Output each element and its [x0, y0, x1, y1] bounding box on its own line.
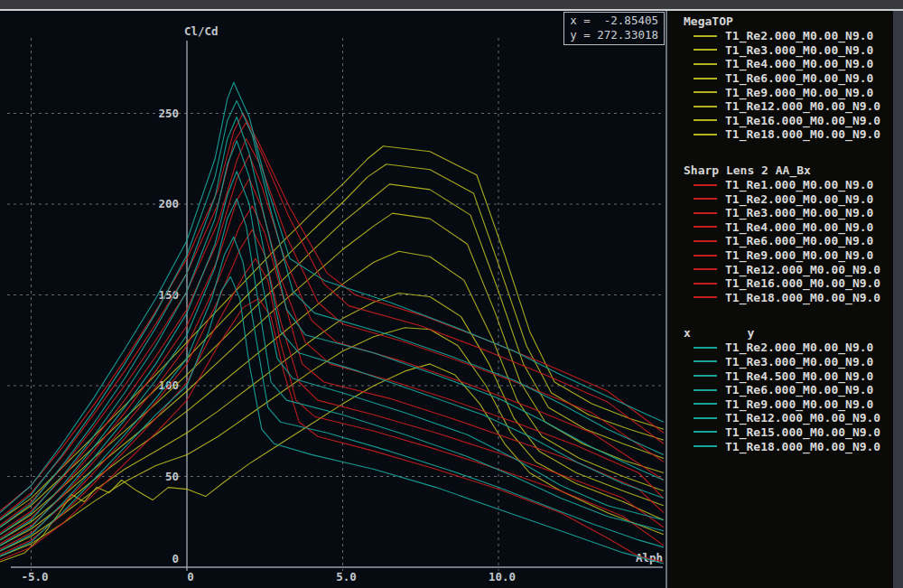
y-tick-label: 200: [158, 197, 179, 210]
window-edge: [893, 11, 903, 588]
series-color-swatch: [694, 49, 717, 51]
x-tick-label: 5.0: [336, 570, 357, 583]
legend-item: T1_Re3.000_M0.00_N9.0: [667, 355, 893, 369]
series-color-swatch: [694, 375, 717, 377]
polar-curve: [0, 82, 664, 512]
legend-item-label: T1_Re6.000_M0.00_N9.0: [725, 71, 873, 85]
legend-item: T1_Re16.000_M0.00_N9.0: [667, 114, 893, 128]
legend-group: Sharp Lens 2 AA_BxT1_Re1.000_M0.00_N9.0T…: [667, 163, 893, 304]
polar-graph-canvas[interactable]: 050100150200250-5.005.010.0Cl/CdAlph: [0, 11, 666, 588]
series-color-swatch: [694, 119, 717, 121]
legend-item: T1_Re18.000_M0.00_N9.0: [667, 439, 893, 453]
polar-curve: [0, 237, 664, 551]
legend-item: T1_Re4.000_M0.00_N9.0: [667, 220, 893, 235]
series-color-swatch: [694, 417, 717, 419]
polar-curve: [0, 164, 664, 527]
legend-item: T1_Re2.000_M0.00_N9.0: [667, 191, 893, 206]
legend-item: T1_Re4.500_M0.00_N9.0: [667, 369, 893, 383]
legend-item: T1_Re12.000_M0.00_N9.0: [667, 411, 893, 425]
legend-group-title: Sharp Lens 2 AA_Bx: [667, 163, 893, 178]
legend-item-label: T1_Re15.000_M0.00_N9.0: [725, 425, 880, 439]
y-axis-title: Cl/Cd: [184, 24, 219, 38]
series-color-swatch: [694, 431, 717, 433]
series-color-swatch: [694, 283, 717, 285]
legend-item: T1_Re9.000_M0.00_N9.0: [667, 397, 893, 411]
series-color-swatch: [694, 63, 717, 65]
series-color-swatch: [694, 360, 717, 362]
legend-item-label: T1_Re16.000_M0.00_N9.0: [725, 276, 880, 290]
series-color-swatch: [694, 255, 717, 257]
legend-item: T1_Re12.000_M0.00_N9.0: [667, 99, 893, 114]
series-color-swatch: [694, 389, 717, 391]
series-color-swatch: [694, 296, 717, 298]
series-color-swatch: [694, 198, 717, 200]
legend-item-label: T1_Re9.000_M0.00_N9.0: [725, 397, 873, 411]
series-color-swatch: [694, 212, 717, 214]
legend-item-label: T1_Re9.000_M0.00_N9.0: [725, 86, 873, 99]
y-tick-label: 250: [158, 107, 179, 120]
polar-curve: [0, 276, 664, 564]
y-tick-label: 0: [172, 552, 179, 565]
legend-item-label: T1_Re3.000_M0.00_N9.0: [725, 206, 873, 219]
legend-item-label: T1_Re1.000_M0.00_N9.0: [725, 178, 873, 191]
legend-item: T1_Re9.000_M0.00_N9.0: [667, 248, 893, 263]
series-color-swatch: [694, 134, 717, 135]
legend-group-title: MegaTOP: [667, 14, 893, 29]
series-color-swatch: [694, 35, 717, 37]
polar-curve: [0, 139, 664, 526]
series-color-swatch: [694, 184, 717, 186]
legend-item-label: T1_Re3.000_M0.00_N9.0: [725, 43, 873, 57]
polar-curve: [0, 123, 664, 518]
legend-item: T1_Re4.000_M0.00_N9.0: [667, 57, 893, 71]
legend-item: T1_Re18.000_M0.00_N9.0: [667, 291, 893, 305]
series-color-swatch: [694, 240, 717, 242]
legend-item: T1_Re2.000_M0.00_N9.0: [667, 341, 893, 355]
polar-graph-panel[interactable]: 050100150200250-5.005.010.0Cl/CdAlph x =…: [0, 11, 666, 588]
polar-curve: [0, 251, 664, 546]
polar-curve: [0, 172, 664, 540]
legend-item: T1_Re6.000_M0.00_N9.0: [667, 383, 893, 397]
legend-item: T1_Re12.000_M0.00_N9.0: [667, 262, 893, 276]
legend-item: T1_Re6.000_M0.00_N9.0: [667, 234, 893, 248]
legend-item: T1_Re9.000_M0.00_N9.0: [667, 85, 893, 99]
legend-item-label: T1_Re6.000_M0.00_N9.0: [725, 383, 873, 397]
legend-item: T1_Re15.000_M0.00_N9.0: [667, 425, 893, 440]
legend-item-label: T1_Re12.000_M0.00_N9.0: [725, 411, 880, 425]
legend-item-label: T1_Re3.000_M0.00_N9.0: [725, 355, 873, 369]
legend-item-label: T1_Re12.000_M0.00_N9.0: [725, 99, 880, 113]
series-color-swatch: [694, 347, 717, 349]
series-color-swatch: [694, 106, 717, 107]
cursor-y-readout: y = 272.33018: [570, 28, 658, 42]
y-tick-label: 50: [165, 470, 179, 483]
x-tick-label: 0: [187, 570, 194, 583]
x-tick-label: 10.0: [489, 570, 516, 583]
app-window: 050100150200250-5.005.010.0Cl/CdAlph x =…: [0, 0, 903, 588]
polar-curve: [0, 184, 664, 535]
cursor-x-readout: x = -2.85405: [570, 14, 658, 27]
legend-item-label: T1_Re9.000_M0.00_N9.0: [725, 248, 873, 262]
legend-item: T1_Re1.000_M0.00_N9.0: [667, 178, 893, 192]
legend-item-label: T1_Re2.000_M0.00_N9.0: [725, 341, 873, 354]
legend-item: T1_Re16.000_M0.00_N9.0: [667, 276, 893, 291]
legend-group: x yT1_Re2.000_M0.00_N9.0T1_Re3.000_M0.00…: [667, 326, 893, 453]
legend-item: T1_Re2.000_M0.00_N9.0: [667, 29, 893, 43]
legend-item-label: T1_Re16.000_M0.00_N9.0: [725, 114, 880, 127]
series-color-swatch: [694, 226, 717, 228]
legend-item-label: T1_Re4.500_M0.00_N9.0: [725, 369, 873, 383]
legend-item-label: T1_Re18.000_M0.00_N9.0: [725, 440, 880, 453]
legend-item: T1_Re3.000_M0.00_N9.0: [667, 206, 893, 220]
series-color-swatch: [694, 403, 717, 405]
x-tick-label: -5.0: [21, 570, 48, 583]
legend-item: T1_Re3.000_M0.00_N9.0: [667, 43, 893, 58]
series-color-swatch: [694, 445, 717, 447]
legend-item-label: T1_Re2.000_M0.00_N9.0: [725, 192, 873, 206]
legend-group: MegaTOPT1_Re2.000_M0.00_N9.0T1_Re3.000_M…: [667, 14, 893, 142]
legend-item-label: T1_Re12.000_M0.00_N9.0: [725, 263, 880, 276]
cursor-readout-box: x = -2.85405y = 272.33018: [563, 12, 665, 45]
legend-group-title: x y: [667, 326, 893, 341]
legend-item-label: T1_Re2.000_M0.00_N9.0: [725, 29, 873, 42]
legend-item-label: T1_Re4.000_M0.00_N9.0: [725, 57, 873, 70]
window-titlebar: [0, 0, 903, 9]
series-color-swatch: [694, 78, 717, 79]
legend-item-label: T1_Re18.000_M0.00_N9.0: [725, 291, 880, 304]
